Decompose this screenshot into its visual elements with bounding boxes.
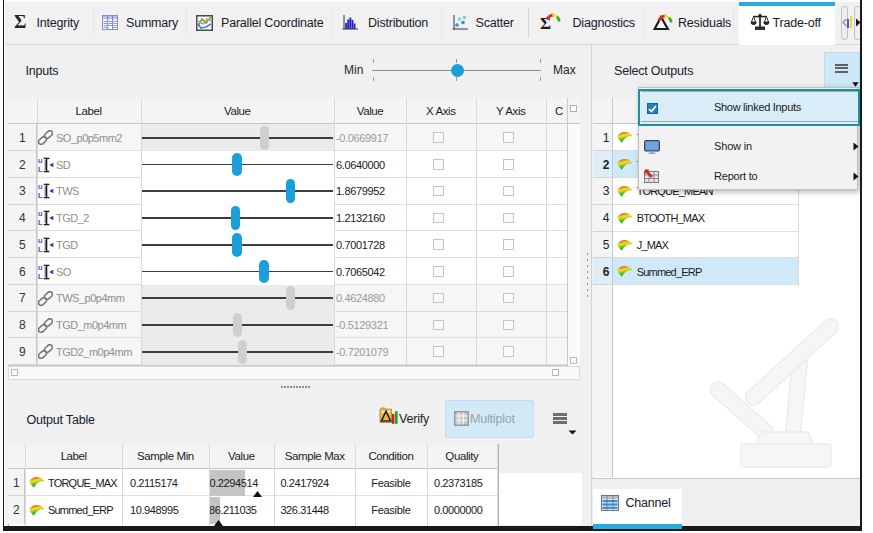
svg-text:u: u <box>38 237 43 245</box>
svg-text:u: u <box>38 183 43 191</box>
svg-text:u: u <box>38 264 43 272</box>
svg-text:u: u <box>38 210 43 218</box>
svg-text:u: u <box>38 157 43 165</box>
svg-text:L: L <box>38 191 43 199</box>
svg-text:L: L <box>38 218 43 226</box>
svg-text:L: L <box>38 272 43 280</box>
svg-text:L: L <box>38 245 43 253</box>
svg-text:L: L <box>38 165 43 173</box>
